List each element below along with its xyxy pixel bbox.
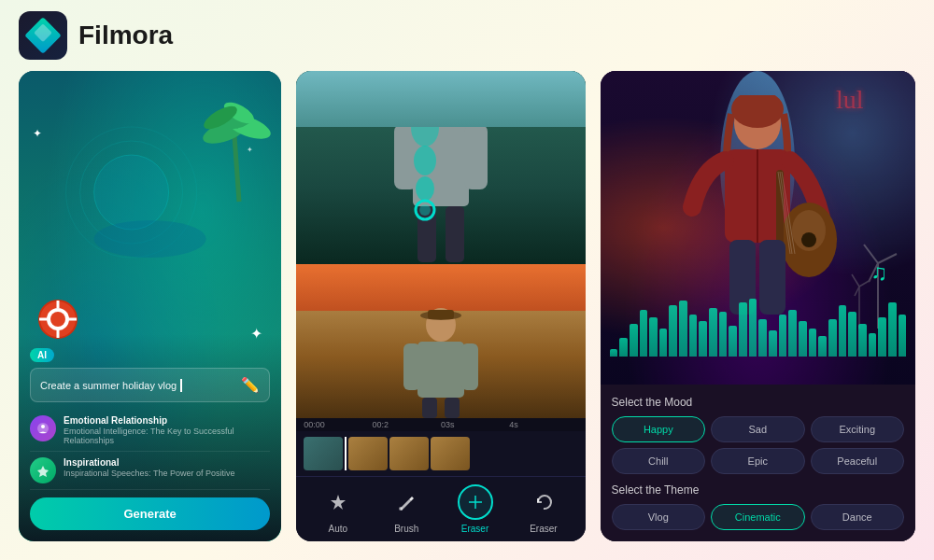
svg-point-12 [50, 312, 65, 327]
suggestion-title-1: Emotional Relationship [64, 415, 270, 426]
sparkle-2: ✦ [247, 146, 253, 154]
undo-icon [526, 484, 561, 520]
video-bottom [296, 264, 585, 418]
suggestions-list: Emotional Relationship Emotional Intelli… [30, 410, 270, 490]
timeline-track [304, 437, 577, 470]
person-silhouette-2 [394, 306, 488, 418]
music-bar [640, 310, 648, 357]
tool-auto[interactable]: Auto [320, 484, 356, 534]
guitar-player-svg [673, 95, 842, 329]
svg-rect-31 [461, 343, 478, 390]
ai-generate-panel: ✦ ✦ ✦ AI Create a summer holiday vlog ✏️ [19, 71, 281, 541]
auto-icon [320, 484, 356, 520]
music-bar [779, 315, 787, 357]
music-bar [610, 349, 618, 357]
ai-input-field[interactable]: Create a summer holiday vlog ✏️ [30, 368, 270, 402]
timeline-thumb-4[interactable] [431, 437, 470, 470]
svg-point-23 [416, 176, 434, 201]
music-bar [878, 317, 886, 357]
music-bar [729, 326, 737, 357]
music-bar [709, 308, 717, 357]
sky-bg [296, 71, 585, 127]
tool-eraser2[interactable]: Eraser [526, 484, 561, 534]
timeline-thumb-1[interactable] [304, 437, 343, 470]
music-bar [649, 317, 658, 357]
time-marker-4: 4s [509, 420, 577, 429]
water-ripple [19, 99, 281, 286]
svg-rect-29 [417, 342, 464, 398]
svg-rect-33 [445, 398, 460, 418]
header: Filmora [0, 0, 934, 71]
mood-btn-happy[interactable]: Happy [612, 416, 705, 442]
svg-line-55 [859, 280, 870, 287]
mood-btn-peaceful[interactable]: Peaceful [811, 448, 904, 474]
timeline-thumb-3[interactable] [389, 437, 429, 470]
music-bar [818, 336, 827, 357]
sparkle-1: ✦ [33, 127, 42, 140]
music-bar [809, 329, 817, 357]
music-bar [739, 302, 747, 357]
svg-rect-32 [422, 398, 437, 418]
mood-btn-exciting[interactable]: Exciting [811, 416, 904, 442]
suggestion-title-2: Inspirational [64, 457, 234, 468]
svg-line-54 [852, 274, 859, 287]
music-bar [699, 321, 707, 357]
suggestion-icon-1 [30, 415, 56, 441]
music-bar [689, 315, 698, 357]
music-bar [848, 312, 856, 357]
time-marker-3: 03s [441, 420, 509, 429]
svg-rect-28 [428, 310, 454, 319]
theme-btn-cinematic[interactable]: Cinematic [711, 504, 804, 530]
music-bar [669, 305, 677, 357]
music-bar [888, 302, 897, 357]
suggestion-text-2: Inspirational Inspirational Speeches: Th… [64, 457, 234, 478]
tool-auto-label: Auto [329, 524, 348, 534]
music-bar [619, 338, 628, 357]
theme-grid: VlogCinematicDance [612, 504, 904, 530]
guitar-player-area: ♫ lul [601, 71, 915, 385]
toolbar: Auto Brush Eraser Eraser [296, 476, 585, 541]
svg-text:lul: lul [836, 85, 864, 114]
logo-diamond [24, 17, 62, 54]
mood-btn-chill[interactable]: Chill [612, 448, 705, 474]
music-bar [869, 333, 877, 357]
suggestion-text-1: Emotional Relationship Emotional Intelli… [64, 415, 270, 445]
music-bar [659, 329, 668, 357]
music-bar [799, 321, 807, 357]
theme-btn-dance[interactable]: Dance [811, 504, 904, 530]
svg-point-9 [94, 220, 206, 258]
tool-eraser-label: Eraser [461, 524, 488, 534]
tool-eraser[interactable]: Eraser [458, 484, 493, 534]
mood-btn-sad[interactable]: Sad [711, 416, 804, 442]
video-editor-panel: 00:00 00:2 03s 4s Auto [296, 71, 585, 541]
cursor [180, 379, 182, 392]
pencil-icon: ✏️ [241, 376, 260, 394]
sunset-bg [296, 264, 585, 311]
music-bar [758, 319, 767, 357]
ai-input-text: Create a summer holiday vlog [40, 380, 177, 391]
suggestion-item[interactable]: Emotional Relationship Emotional Intelli… [30, 410, 270, 452]
svg-point-14 [41, 425, 45, 428]
generate-button[interactable]: Generate [30, 497, 270, 530]
music-bar [828, 319, 837, 357]
svg-point-22 [414, 146, 436, 175]
mood-title: Select the Mood [612, 396, 904, 409]
music-bar [769, 330, 777, 357]
video-top [296, 71, 585, 264]
mood-btn-epic[interactable]: Epic [711, 448, 804, 474]
panel-bottom: ✦ AI Create a summer holiday vlog ✏️ Emo… [19, 334, 281, 541]
app-title: Filmora [78, 21, 173, 50]
theme-title: Select the Theme [612, 483, 904, 497]
svg-rect-18 [464, 124, 488, 189]
logo-icon [19, 11, 67, 60]
theme-btn-vlog[interactable]: Vlog [612, 504, 705, 530]
eraser-icon [458, 484, 493, 520]
music-bar [899, 315, 907, 357]
suggestion-icon-2 [30, 457, 56, 483]
suggestion-item-2[interactable]: Inspirational Inspirational Speeches: Th… [30, 452, 270, 490]
neon-text: lul [831, 80, 906, 118]
timeline-cursor [345, 437, 347, 470]
timeline-thumb-2[interactable] [348, 437, 388, 470]
tool-brush[interactable]: Brush [389, 484, 424, 534]
time-markers: 00:00 00:2 03s 4s [296, 418, 585, 431]
